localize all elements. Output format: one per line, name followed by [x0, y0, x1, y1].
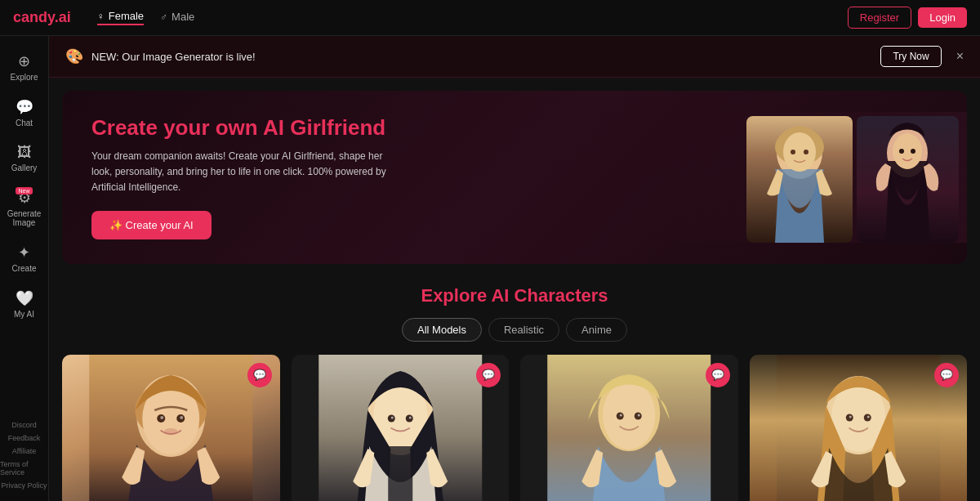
- generate-icon-wrap: ⚙ New: [18, 189, 31, 207]
- filter-tabs: All Models Realistic Anime: [62, 318, 967, 342]
- chat-icon: 💬: [16, 98, 33, 116]
- hero-section: Create your own AI Girlfriend Your dream…: [62, 91, 967, 264]
- sidebar-item-generate[interactable]: ⚙ New Generate Image: [3, 182, 46, 234]
- create-ai-button[interactable]: ✨ Create your AI: [91, 211, 212, 239]
- char-img-rebecca: 💬: [520, 355, 738, 501]
- gallery-icon: 🖼: [17, 144, 32, 161]
- sidebar-item-explore[interactable]: ⊕ Explore: [3, 46, 46, 88]
- char-img-zoey: 💬: [750, 355, 968, 501]
- filter-anime[interactable]: Anime: [566, 318, 627, 342]
- sidebar-label-gallery: Gallery: [11, 163, 38, 172]
- female-label: Female: [109, 10, 144, 22]
- character-grid: 💬 Alexis 25 years Digital muse and trend…: [62, 355, 967, 501]
- top-nav: candy.ai ♀ Female ♂ Male Register Login: [0, 0, 980, 36]
- char-img-asuna: 💬: [292, 355, 510, 501]
- hero-title-highlight: AI Girlfriend: [263, 115, 385, 140]
- char-chat-btn-alexis[interactable]: 💬: [247, 363, 272, 387]
- hero-title: Create your own AI Girlfriend: [91, 115, 938, 141]
- explore-title: Explore AI Characters: [62, 285, 967, 306]
- filter-all-models[interactable]: All Models: [402, 318, 482, 342]
- svg-point-39: [866, 415, 869, 418]
- tab-male[interactable]: ♂ Male: [160, 10, 194, 25]
- tab-female[interactable]: ♀ Female: [97, 10, 144, 25]
- female-icon: ♀: [97, 11, 105, 22]
- sidebar: ⊕ Explore 💬 Chat 🖼 Gallery ⚙ New Generat…: [0, 36, 49, 501]
- hero-description: Your dream companion awaits! Create your…: [91, 149, 402, 196]
- sidebar-discord-link[interactable]: Discord: [11, 419, 37, 431]
- sidebar-item-chat[interactable]: 💬 Chat: [3, 92, 46, 134]
- sidebar-label-explore: Explore: [11, 73, 38, 82]
- logo-candy: candy: [13, 9, 55, 25]
- new-badge: New: [16, 187, 32, 195]
- logo-ai: ai: [59, 9, 71, 25]
- sidebar-label-create: Create: [11, 264, 36, 273]
- myai-icon: 🤍: [16, 289, 33, 307]
- login-button[interactable]: Login: [918, 7, 967, 28]
- notification-icon: 🎨: [65, 47, 83, 65]
- svg-rect-25: [388, 446, 412, 501]
- char-chat-btn-asuna[interactable]: 💬: [476, 363, 501, 387]
- char-chat-btn-rebecca[interactable]: 💬: [706, 363, 730, 387]
- create-icon: ✦: [18, 244, 30, 262]
- notification-banner: 🎨 NEW: Our Image Generator is live! Try …: [49, 36, 980, 78]
- filter-realistic[interactable]: Realistic: [488, 318, 559, 342]
- male-label: Male: [172, 11, 194, 23]
- notification-close-icon[interactable]: ×: [956, 49, 964, 64]
- sidebar-affiliate-link[interactable]: Affiliate: [12, 445, 36, 457]
- hero-text: Create your own AI Girlfriend Your dream…: [91, 115, 938, 239]
- male-icon: ♂: [160, 11, 167, 23]
- svg-point-32: [638, 414, 640, 416]
- explore-title-highlight: Explore: [421, 285, 487, 306]
- sidebar-label-generate: Generate Image: [7, 209, 42, 227]
- sidebar-tos-link[interactable]: Terms of Service: [0, 459, 48, 478]
- sidebar-privacy-link[interactable]: Privacy Policy: [1, 480, 47, 491]
- sidebar-label-myai: My AI: [14, 310, 34, 319]
- svg-point-31: [620, 414, 622, 416]
- explore-section: Explore AI Characters All Models Realist…: [49, 277, 980, 501]
- svg-point-16: [180, 416, 183, 419]
- nav-right: Register Login: [848, 7, 967, 29]
- sidebar-item-create[interactable]: ✦ Create: [3, 237, 46, 280]
- hero-title-normal: Create your own: [91, 115, 258, 140]
- svg-point-17: [164, 428, 177, 433]
- notification-text: NEW: Our Image Generator is live!: [91, 51, 872, 63]
- svg-point-15: [160, 416, 163, 419]
- explore-icon: ⊕: [18, 52, 30, 70]
- sidebar-label-chat: Chat: [16, 119, 33, 127]
- char-chat-btn-zoey[interactable]: 💬: [934, 363, 959, 387]
- sidebar-item-myai[interactable]: 🤍 My AI: [3, 283, 46, 325]
- svg-point-28: [603, 381, 655, 450]
- char-card-alexis[interactable]: 💬 Alexis 25 years Digital muse and trend…: [62, 355, 280, 501]
- sidebar-bottom: Discord Feedback Affiliate Terms of Serv…: [0, 419, 48, 501]
- explore-title-normal: AI Characters: [491, 285, 608, 306]
- register-button[interactable]: Register: [848, 7, 911, 29]
- char-card-zoey[interactable]: 💬 Zoey 21 years Trendy student and baris…: [750, 355, 968, 501]
- content-area: 🎨 NEW: Our Image Generator is live! Try …: [49, 36, 980, 501]
- gender-tabs: ♀ Female ♂ Male: [97, 10, 195, 25]
- char-img-alexis: 💬: [62, 355, 280, 501]
- svg-point-23: [390, 416, 393, 418]
- sidebar-feedback-link[interactable]: Feedback: [8, 432, 41, 444]
- svg-point-24: [408, 416, 411, 418]
- try-now-button[interactable]: Try Now: [880, 46, 941, 67]
- char-card-rebecca[interactable]: 💬 Rebecca 51 years Active Yoga and fitne…: [520, 355, 738, 501]
- char-card-asuna[interactable]: 💬 Asuna 18 years Japanese waitress, mang…: [292, 355, 510, 501]
- svg-point-38: [849, 415, 851, 418]
- sidebar-item-gallery[interactable]: 🖼 Gallery: [3, 137, 46, 179]
- main-layout: ⊕ Explore 💬 Chat 🖼 Gallery ⚙ New Generat…: [0, 36, 980, 501]
- logo: candy.ai: [13, 9, 71, 26]
